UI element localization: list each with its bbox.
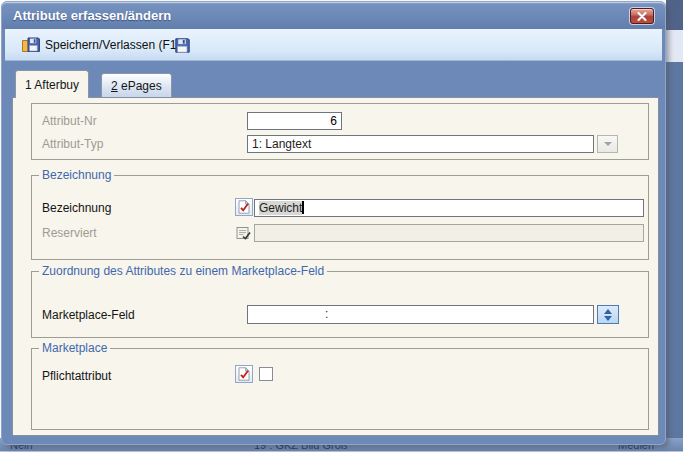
chevron-down-icon: [604, 142, 612, 146]
background-window-right-edge: [666, 0, 683, 450]
save-exit-icon: [22, 37, 40, 53]
reserviert-edit-button: [235, 225, 251, 241]
attribut-typ-label: Attribut-Typ: [42, 137, 103, 151]
toolbar: Speichern/Verlassen (F10): [5, 29, 662, 61]
bezeichnung-groupbox: Bezeichnung Bezeichnung Gewicht Reservie…: [31, 175, 649, 260]
marketplace-feld-label: Marketplace-Feld: [42, 308, 135, 322]
bezeichnung-label: Bezeichnung: [42, 201, 111, 215]
title-bar[interactable]: Attribute erfassen/ändern: [2, 2, 665, 29]
tab-epages-label: 2 ePages: [111, 79, 162, 93]
pflichtattribut-validate-button[interactable]: [235, 365, 253, 383]
attribute-dialog: Attribute erfassen/ändern Speichern/Verl…: [1, 1, 666, 445]
marketplace-feld-value: :: [325, 307, 328, 321]
dialog-title: Attribute erfassen/ändern: [13, 8, 171, 23]
marketplace-feld-spinner[interactable]: [597, 305, 619, 324]
tab-afterbuy[interactable]: 1 Afterbuy: [15, 70, 89, 98]
background-segment: [666, 0, 683, 30]
attribut-typ-value: 1: Langtext: [252, 137, 311, 151]
afterbuy-tab-panel: Attribut-Nr Attribut-Typ 1: Langtext Bez…: [12, 97, 659, 436]
reserviert-input: [254, 224, 644, 242]
attribut-nr-label: Attribut-Nr: [42, 114, 97, 128]
zuordnung-groupbox: Zuordnung des Attributes zu einem Market…: [31, 271, 649, 338]
pflichtattribut-checkbox[interactable]: [259, 367, 273, 381]
bezeichnung-value: Gewicht: [259, 201, 302, 215]
save-icon: [175, 38, 190, 53]
marketplace-group-title: Marketplace: [39, 341, 110, 355]
close-icon: [637, 12, 647, 21]
marketplace-feld-input[interactable]: :: [247, 305, 594, 324]
text-caret: [302, 201, 304, 214]
page-red-check-icon: [238, 200, 250, 214]
attribut-nr-input[interactable]: [247, 112, 342, 130]
background-segment: [666, 62, 683, 450]
spinner-down-icon: [604, 316, 612, 321]
save-button[interactable]: [173, 34, 192, 56]
bezeichnung-group-title: Bezeichnung: [39, 168, 114, 182]
tab-epages[interactable]: 2 ePages: [101, 73, 172, 97]
attribut-typ-combobox[interactable]: 1: Langtext: [247, 135, 594, 153]
reserviert-label: Reserviert: [42, 226, 97, 240]
page-gray-check-icon: [236, 226, 251, 240]
save-exit-button[interactable]: Speichern/Verlassen (F10): [20, 34, 189, 56]
attribut-typ-dropdown-button: [597, 135, 618, 153]
page-red-check-icon: [238, 367, 250, 381]
marketplace-groupbox: Marketplace Pflichtattribut: [31, 348, 649, 430]
pflichtattribut-label: Pflichtattribut: [42, 369, 111, 383]
zuordnung-group-title: Zuordnung des Attributes zu einem Market…: [39, 264, 327, 278]
background-segment: [666, 30, 683, 62]
tab-afterbuy-label: 1 Afterbuy: [25, 78, 79, 92]
close-button[interactable]: [630, 8, 654, 24]
bezeichnung-validate-button[interactable]: [235, 198, 253, 216]
save-exit-label: Speichern/Verlassen (F10): [45, 38, 187, 52]
attribut-groupbox: Attribut-Nr Attribut-Typ 1: Langtext: [31, 103, 649, 160]
bezeichnung-input[interactable]: Gewicht: [254, 199, 644, 217]
spinner-up-icon: [604, 309, 612, 314]
